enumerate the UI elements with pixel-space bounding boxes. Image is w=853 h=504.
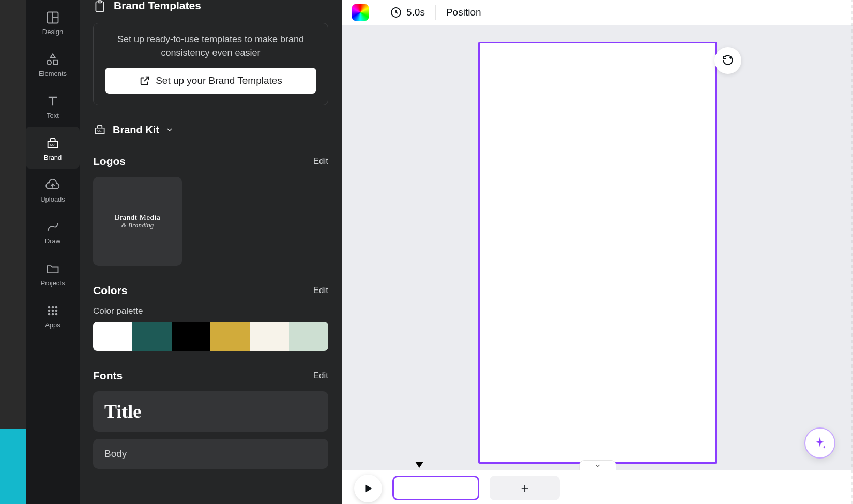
duration-value: 5.0s <box>406 7 425 18</box>
svg-text:CO.: CO. <box>97 130 102 133</box>
svg-point-8 <box>55 306 58 309</box>
fonts-section: Fonts Edit Title Body <box>93 370 328 476</box>
text-icon <box>45 94 60 109</box>
colors-heading: Colors <box>93 284 128 297</box>
font-body-card[interactable]: Body <box>93 439 328 469</box>
brand-templates-card: Set up ready-to-use templates to make br… <box>93 23 328 105</box>
svg-point-6 <box>48 306 51 309</box>
svg-point-14 <box>55 313 58 316</box>
ruler-edge <box>851 0 853 504</box>
draw-icon <box>45 220 60 234</box>
templates-description: Set up ready-to-use templates to make br… <box>105 33 316 59</box>
color-swatch-6[interactable] <box>289 322 328 351</box>
nav-item-apps[interactable]: Apps <box>26 294 80 336</box>
chevron-down-icon <box>165 126 174 134</box>
collapse-timeline-toggle[interactable] <box>579 460 616 470</box>
svg-point-12 <box>48 313 51 316</box>
folder-icon <box>45 262 60 276</box>
design-page[interactable] <box>478 42 717 464</box>
svg-point-3 <box>47 60 51 65</box>
page-thumbnail-selected[interactable] <box>392 476 479 500</box>
position-button[interactable]: Position <box>446 7 481 18</box>
play-icon <box>362 483 374 494</box>
brand-side-panel: Brand Templates Set up ready-to-use temp… <box>80 0 342 504</box>
sparkle-icon <box>813 436 827 450</box>
logo-thumbnail[interactable]: Brandt Media & Branding <box>93 177 182 266</box>
svg-point-9 <box>48 310 51 312</box>
svg-point-7 <box>52 306 54 309</box>
duration-control[interactable]: 5.0s <box>390 6 425 19</box>
setup-brand-templates-button[interactable]: Set up your Brand Templates <box>105 68 316 94</box>
svg-text:CO.: CO. <box>50 143 56 146</box>
nav-label: Draw <box>45 237 60 245</box>
nav-item-text[interactable]: Text <box>26 85 80 127</box>
logos-heading: Logos <box>93 155 126 167</box>
color-swatch-2[interactable] <box>132 322 172 351</box>
setup-button-label: Set up your Brand Templates <box>156 75 282 86</box>
apps-grid-icon <box>45 303 60 318</box>
layout-icon <box>45 10 60 25</box>
panel-header: Brand Templates <box>93 0 328 20</box>
briefcase-icon: CO. <box>93 123 106 136</box>
nav-item-draw[interactable]: Draw <box>26 210 80 252</box>
play-button[interactable] <box>354 475 382 502</box>
nav-label: Text <box>47 112 59 119</box>
font-title-card[interactable]: Title <box>93 391 328 432</box>
nav-item-uploads[interactable]: Uploads <box>26 169 80 210</box>
nav-item-brand[interactable]: CO. Brand <box>26 127 80 169</box>
nav-item-projects[interactable]: Projects <box>26 252 80 294</box>
color-swatch-5[interactable] <box>250 322 289 351</box>
brand-kit-selector[interactable]: CO. Brand Kit <box>93 123 328 136</box>
nav-label: Apps <box>45 321 60 329</box>
panel-title: Brand Templates <box>114 0 201 12</box>
canvas-area[interactable] <box>342 25 853 470</box>
brand-icon: CO. <box>45 136 60 150</box>
timeline-strip: + <box>342 470 853 504</box>
navigation-rail: Design Elements Text CO. Brand Uploads D… <box>26 0 80 504</box>
add-page-button[interactable]: + <box>490 476 560 500</box>
svg-point-11 <box>55 310 58 312</box>
color-swatch-4[interactable] <box>210 322 250 351</box>
template-page-icon <box>93 0 106 13</box>
colors-edit-link[interactable]: Edit <box>313 285 328 296</box>
external-link-icon <box>139 75 150 86</box>
playhead-marker[interactable] <box>415 462 423 468</box>
palette-label: Color palette <box>93 306 328 316</box>
position-label: Position <box>446 7 481 18</box>
fonts-heading: Fonts <box>93 370 123 382</box>
color-swatch-1[interactable] <box>93 322 132 351</box>
color-palette <box>93 322 328 351</box>
nav-item-elements[interactable]: Elements <box>26 43 80 85</box>
regenerate-button[interactable] <box>714 47 741 74</box>
toolbar-divider <box>435 5 436 20</box>
ai-assistant-fab[interactable] <box>804 427 835 459</box>
brand-kit-label: Brand Kit <box>113 124 159 136</box>
refresh-plus-icon <box>721 54 735 67</box>
nav-label: Elements <box>39 70 67 78</box>
logo-text-line1: Brandt Media <box>115 213 161 222</box>
svg-point-13 <box>52 313 54 316</box>
nav-label: Uploads <box>40 195 65 203</box>
svg-rect-4 <box>53 60 57 65</box>
toolbar-divider <box>379 5 379 20</box>
logos-edit-link[interactable]: Edit <box>313 156 328 166</box>
logos-section: Logos Edit Brandt Media & Branding <box>93 155 328 266</box>
logo-text-line2: & Branding <box>121 221 154 230</box>
chevron-down-icon <box>594 462 601 469</box>
background-color-picker[interactable] <box>352 4 369 21</box>
nav-item-design[interactable]: Design <box>26 1 80 43</box>
svg-point-10 <box>52 310 54 312</box>
main-area: 5.0s Position + <box>342 0 853 504</box>
clock-icon <box>390 6 402 19</box>
context-toolbar: 5.0s Position <box>342 0 853 25</box>
window-edge-strip <box>0 0 26 504</box>
nav-label: Projects <box>41 279 65 287</box>
fonts-edit-link[interactable]: Edit <box>313 371 328 381</box>
colors-section: Colors Edit Color palette <box>93 284 328 351</box>
shapes-icon <box>45 52 60 67</box>
color-swatch-3[interactable] <box>172 322 211 351</box>
cloud-upload-icon <box>45 178 60 192</box>
nav-label: Design <box>42 28 63 36</box>
nav-label: Brand <box>44 154 62 161</box>
